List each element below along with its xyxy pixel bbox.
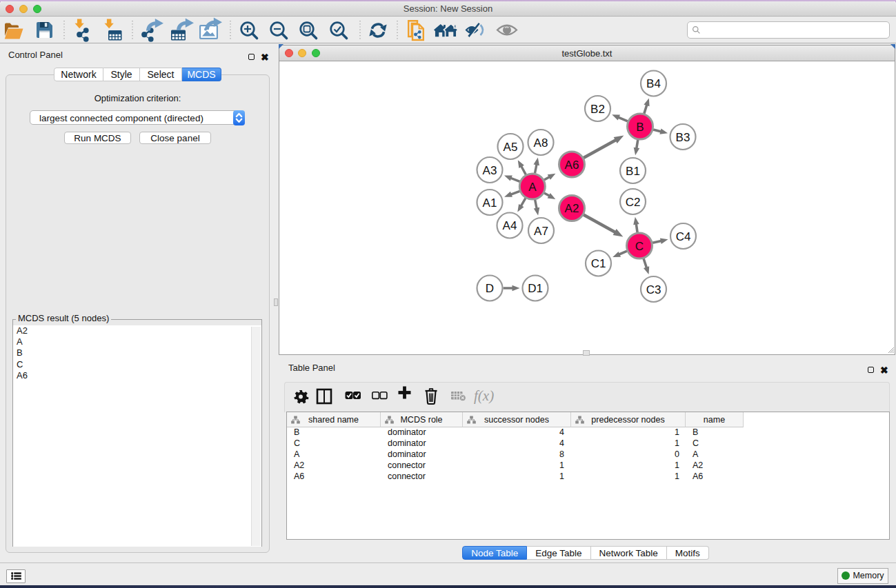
- svg-text:f(x): f(x): [474, 387, 494, 404]
